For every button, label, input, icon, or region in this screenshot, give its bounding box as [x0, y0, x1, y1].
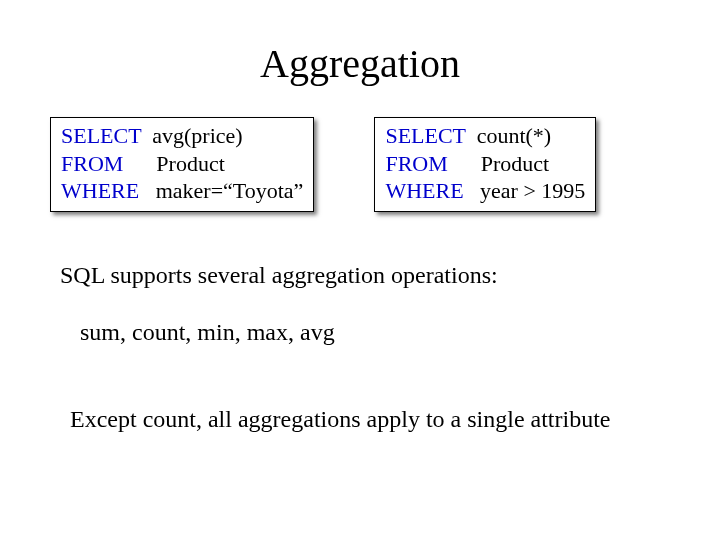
sql-text: count(*): [477, 123, 552, 148]
code-line: SELECT avg(price): [61, 122, 303, 150]
code-line: WHERE maker=“Toyota”: [61, 177, 303, 205]
sql-text: avg(price): [152, 123, 242, 148]
code-examples-row: SELECT avg(price) FROM Product WHERE mak…: [50, 117, 680, 212]
sql-keyword: FROM: [61, 151, 123, 176]
sql-text: maker=“Toyota”: [156, 178, 304, 203]
sql-text: Product: [156, 151, 224, 176]
sql-text: year > 1995: [480, 178, 585, 203]
slide: Aggregation SELECT avg(price) FROM Produ…: [0, 0, 720, 540]
sql-text: Product: [481, 151, 549, 176]
body-ops-list: sum, count, min, max, avg: [80, 319, 680, 346]
code-line: FROM Product: [385, 150, 585, 178]
sql-keyword: SELECT: [385, 123, 465, 148]
sql-keyword: WHERE: [61, 178, 139, 203]
sql-keyword: SELECT: [61, 123, 141, 148]
code-line: WHERE year > 1995: [385, 177, 585, 205]
sql-keyword: WHERE: [385, 178, 463, 203]
body-note: Except count, all aggregations apply to …: [70, 406, 680, 433]
body-intro: SQL supports several aggregation operati…: [60, 262, 680, 289]
sql-query-left: SELECT avg(price) FROM Product WHERE mak…: [50, 117, 314, 212]
sql-keyword: FROM: [385, 151, 447, 176]
sql-query-right: SELECT count(*) FROM Product WHERE year …: [374, 117, 596, 212]
code-line: SELECT count(*): [385, 122, 585, 150]
slide-title: Aggregation: [40, 40, 680, 87]
code-line: FROM Product: [61, 150, 303, 178]
